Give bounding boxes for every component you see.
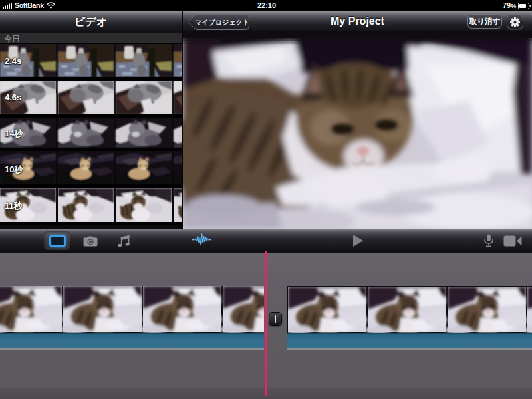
svg-text:マイプロジェクト: マイプロジェクト [195, 19, 249, 26]
